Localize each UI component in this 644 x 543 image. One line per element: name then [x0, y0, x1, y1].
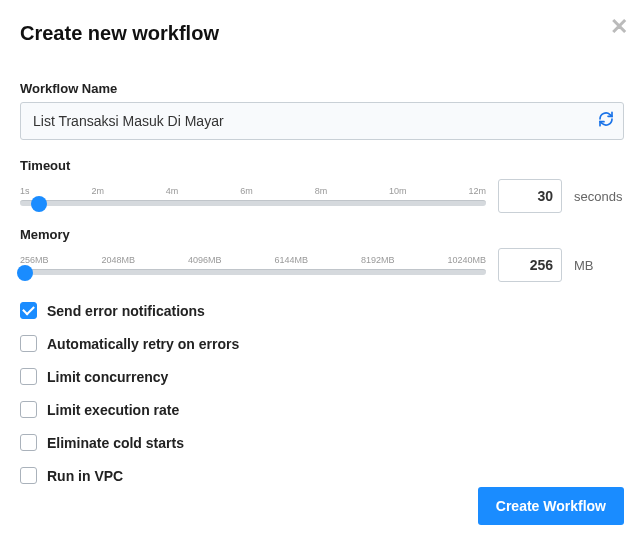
workflow-name-input[interactable] [20, 102, 624, 140]
option-checkbox[interactable] [20, 335, 37, 352]
timeout-unit: seconds [574, 189, 624, 204]
refresh-icon[interactable] [598, 111, 614, 131]
tick-label: 6144MB [274, 255, 308, 265]
option-label: Limit concurrency [47, 369, 168, 385]
tick-label: 4096MB [188, 255, 222, 265]
tick-label: 4m [166, 186, 179, 196]
option-checkbox[interactable] [20, 467, 37, 484]
tick-label: 256MB [20, 255, 49, 265]
memory-slider-thumb[interactable] [17, 265, 33, 281]
option-row: Limit concurrency [20, 368, 624, 385]
tick-label: 8192MB [361, 255, 395, 265]
options-list: Send error notificationsAutomatically re… [20, 302, 624, 484]
create-workflow-modal: ✕ Create new workflow Workflow Name Time… [0, 0, 644, 543]
memory-section: Memory 256MB2048MB4096MB6144MB8192MB1024… [20, 227, 624, 282]
option-label: Limit execution rate [47, 402, 179, 418]
tick-label: 2m [91, 186, 104, 196]
timeout-slider-thumb[interactable] [31, 196, 47, 212]
option-label: Run in VPC [47, 468, 123, 484]
tick-label: 6m [240, 186, 253, 196]
workflow-name-label: Workflow Name [20, 81, 624, 96]
option-row: Limit execution rate [20, 401, 624, 418]
timeout-value-input[interactable] [498, 179, 562, 213]
memory-slider[interactable] [20, 269, 486, 275]
tick-label: 10m [389, 186, 407, 196]
close-icon[interactable]: ✕ [610, 14, 628, 40]
tick-label: 1s [20, 186, 30, 196]
create-workflow-button[interactable]: Create Workflow [478, 487, 624, 525]
option-checkbox[interactable] [20, 368, 37, 385]
option-row: Send error notifications [20, 302, 624, 319]
option-row: Run in VPC [20, 467, 624, 484]
timeout-section: Timeout 1s2m4m6m8m10m12m seconds [20, 158, 624, 213]
timeout-label: Timeout [20, 158, 624, 173]
memory-label: Memory [20, 227, 624, 242]
tick-label: 8m [315, 186, 328, 196]
option-checkbox[interactable] [20, 401, 37, 418]
option-checkbox[interactable] [20, 434, 37, 451]
option-label: Eliminate cold starts [47, 435, 184, 451]
memory-ticks: 256MB2048MB4096MB6144MB8192MB10240MB [20, 255, 486, 265]
option-checkbox[interactable] [20, 302, 37, 319]
tick-label: 10240MB [447, 255, 486, 265]
memory-value-input[interactable] [498, 248, 562, 282]
timeout-ticks: 1s2m4m6m8m10m12m [20, 186, 486, 196]
option-label: Automatically retry on errors [47, 336, 239, 352]
workflow-name-wrap [20, 102, 624, 140]
option-row: Automatically retry on errors [20, 335, 624, 352]
timeout-slider[interactable] [20, 200, 486, 206]
option-label: Send error notifications [47, 303, 205, 319]
modal-title: Create new workflow [20, 22, 624, 45]
memory-unit: MB [574, 258, 624, 273]
tick-label: 2048MB [101, 255, 135, 265]
tick-label: 12m [468, 186, 486, 196]
option-row: Eliminate cold starts [20, 434, 624, 451]
